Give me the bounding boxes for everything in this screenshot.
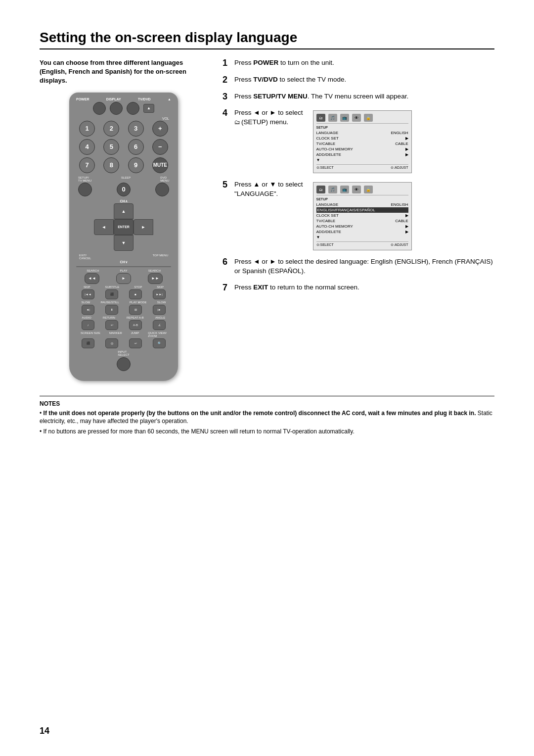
slow-right-label: SLOW [157,301,166,304]
autoch-value-2: ▶ [405,224,408,229]
adddelete-label-2: ADD/DELETE [316,230,341,234]
step-2-number: 2 [222,75,232,85]
dvdmenu-button[interactable] [155,183,169,196]
play-mode-label: PLAY MODE [130,301,146,304]
step-1: 1 Press POWER to turn on the unit. [222,58,494,68]
eject-button[interactable]: ▲ [143,104,154,113]
menu-row-tvcable-2: TV/CABLE CABLE [316,218,408,224]
display-label: DISPLAY [106,97,121,101]
dpad-up-button[interactable]: ▲ [114,203,134,219]
page-title: Setting the on-screen display language [40,30,494,46]
menu-icon-lock: 🔒 [364,114,373,122]
search-right-button[interactable]: ►► [148,273,163,284]
vol-up-button[interactable]: + [152,121,168,137]
remote-divider-1 [76,266,171,267]
num-8-button[interactable]: 8 [103,157,119,173]
dpad-left-button[interactable]: ◄ [94,219,114,235]
search-right-label: SEARCH [148,269,161,272]
adddelete-value: ▶ [405,152,408,157]
num-2-button[interactable]: 2 [103,121,119,137]
tvdvd-label: TV/DVD [138,97,151,101]
transport-labels-3: SLOW PAUSE/STILL PLAY MODE SLOW [76,301,171,304]
skip-left-button[interactable]: |◄◄ [82,289,94,299]
menu-row-adddelete-2: ADD/DELETE ▶ [316,229,408,235]
jump-button[interactable]: ↩ [129,338,142,348]
pause-still-label: PAUSE/STILL [100,301,119,304]
menu-rows-1: LANGUAGE ENGLISH CLOCK SET ▶ TV/CABLE CA… [316,130,408,163]
language-value: ENGLISH [391,131,408,135]
menu-screen-1: 🗂 🎵 📺 👁 🔒 SETUP LANGUAGE ENGLISH [313,110,412,173]
menu-footer-1: ⊙:SELECT ⊙:ADJUST [316,164,408,170]
remote-wrapper: POWER DISPLAY TV/DVD ▲ ▲ VOL [40,93,208,381]
return-button[interactable]: ↩ [105,320,118,330]
page-number: 14 [40,726,49,736]
num-0-button[interactable]: 0 [117,183,131,196]
repeat-ab-label: REPEAT A-B [127,316,144,319]
slow-left-button[interactable]: ◄| [82,305,94,315]
menu-icons-2: 🗂 🎵 📺 👁 🔒 [316,186,408,195]
pause-button[interactable]: ⏸ [105,305,118,315]
adddelete-value-2: ▶ [405,230,408,234]
num-6-button[interactable]: 6 [128,139,144,155]
vol-down-button[interactable]: − [152,139,168,155]
angle-button[interactable]: ∠ [153,320,166,330]
search-left-button[interactable]: ◄◄ [85,273,99,284]
power-label: POWER [76,97,89,101]
step-7: 7 Press EXIT to return to the normal scr… [222,283,494,293]
repeat-ab-button[interactable]: A-B [129,320,142,330]
stop-button[interactable]: ■ [129,289,142,299]
return-label: RETURN [103,316,115,319]
jump-label: JUMP [131,331,139,337]
subtitle-button[interactable]: ⬛ [105,289,118,299]
tvdvd-button[interactable] [127,102,139,115]
vol-label: VOL [76,117,169,120]
power-button[interactable] [93,102,106,115]
transport-labels-1: SEARCH PLAY SEARCH [76,269,171,272]
num-5-button[interactable]: 5 [103,139,119,155]
play-button[interactable]: ► [116,273,131,284]
step-6-number: 6 [222,257,232,267]
transport-labels-4: AUDIO RETURN REPEAT A-B ANGLE [76,316,171,319]
menu-icon-tv: 📺 [340,114,349,122]
adddelete-label: ADD/DELETE [316,152,341,157]
autoch-value: ▶ [405,147,408,151]
step-7-number: 7 [222,283,232,293]
menu-row-more-1: ▼ [316,157,408,163]
note-1: • If the unit does not operate properly … [40,409,494,426]
dpad-down-button[interactable]: ▼ [114,235,134,251]
setup-tvmenu-button[interactable] [78,183,92,196]
marker-button[interactable]: ◎ [105,338,118,348]
menu-row-clockset-2: CLOCK SET ▶ [316,213,408,218]
slow-right-button[interactable]: |► [153,305,166,315]
audio-button[interactable]: ♪ [82,320,94,330]
num-4-button[interactable]: 4 [79,139,95,155]
dvdmenu-label: DVDMENU [160,176,169,182]
enter-button[interactable]: ENTER [114,219,134,235]
dpad-right-button[interactable]: ► [134,219,153,235]
quick-view-zoom-label: QUICK VIEW/ZOOM [148,331,167,337]
step-3-number: 3 [222,92,232,102]
display-button[interactable] [110,102,123,115]
num-1-button[interactable]: 1 [79,121,95,137]
screen-size-button[interactable]: ⬛ [82,338,94,348]
step-5-layout: 5 Press ▲ or ▼ to select"LANGUAGE". 🗂 🎵 … [222,180,494,250]
mute-button[interactable]: MUTE [152,157,168,173]
step-4: 4 Press ◄ or ► to select 🗂 (SETUP) menu. [222,108,303,127]
sleep-buttons-row: 0 [76,183,171,196]
num-7-button[interactable]: 7 [79,157,95,173]
transport-buttons-5: ⬛ ◎ ↩ 🔍 [76,338,171,348]
skip-right-button[interactable]: ►►| [153,289,166,299]
menu-adjust-label-2: ⊙:ADJUST [391,243,408,247]
num-3-button[interactable]: 3 [128,121,144,137]
input-select-button[interactable] [117,357,131,371]
clockset-label: CLOCK SET [316,136,339,141]
num-9-button[interactable]: 9 [128,157,144,173]
search-left-label: SEARCH [87,269,99,272]
menu-screen-2: 🗂 🎵 📺 👁 🔒 SETUP LANGUAGE ENGLISH [313,182,412,250]
menu-icon-music: 🎵 [328,114,337,122]
title-section: Setting the on-screen display language [40,30,494,49]
playmode-button[interactable]: ⊞ [129,305,142,315]
menu-select-label-2: ⊙:SELECT [316,243,334,247]
zoom-button[interactable]: 🔍 [153,338,166,348]
setup-tvmenu-label: SETUP/TV MENU [78,176,91,182]
